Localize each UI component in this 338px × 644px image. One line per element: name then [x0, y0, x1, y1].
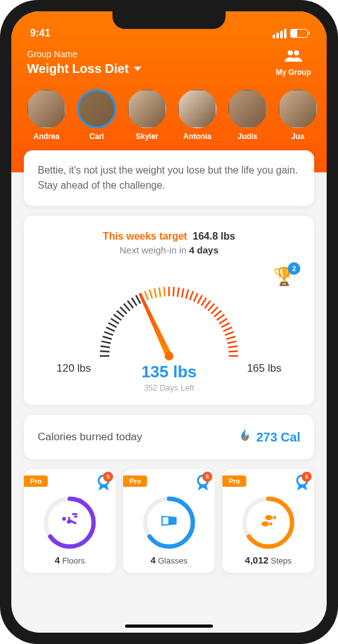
- medal-badge: 5: [302, 472, 312, 482]
- svg-line-26: [178, 287, 179, 297]
- avatar-image: [27, 89, 66, 128]
- avatar-image: [278, 89, 317, 128]
- notch: [112, 11, 226, 29]
- stat-icon: [260, 513, 276, 533]
- svg-line-20: [150, 289, 152, 298]
- pro-badge: Pro: [123, 475, 147, 487]
- svg-point-62: [270, 523, 273, 526]
- medal-badge: 5: [202, 472, 212, 482]
- svg-line-41: [225, 332, 234, 335]
- trophy-badge: 2: [288, 262, 300, 275]
- avatar-image: [128, 89, 166, 128]
- weighin-days: 4 days: [189, 245, 219, 255]
- stats-row: Pro 5 4 Floors Pro 5 4 Glasses Pro: [24, 469, 314, 573]
- avatar-image: [178, 89, 217, 128]
- svg-line-42: [226, 336, 235, 339]
- avatar-name: Judis: [228, 132, 267, 141]
- avatar-image: [77, 89, 116, 128]
- pro-badge: Pro: [222, 475, 246, 487]
- gauge-current-value: 135 lbs: [141, 362, 197, 382]
- avatar-item[interactable]: Antonia: [178, 89, 217, 141]
- svg-rect-53: [74, 516, 77, 518]
- avatar-name: Jua: [278, 132, 317, 141]
- avatar-item[interactable]: Carl: [77, 89, 116, 141]
- svg-line-34: [208, 304, 214, 311]
- stat-ring: [141, 494, 197, 551]
- svg-line-38: [219, 319, 227, 324]
- svg-point-0: [288, 50, 293, 55]
- status-time: 9:41: [30, 28, 50, 39]
- svg-line-15: [128, 301, 133, 308]
- group-selector[interactable]: Group Name Weight Loss Diet: [27, 49, 141, 76]
- svg-line-17: [136, 295, 140, 303]
- medal-wrap: 5: [196, 474, 210, 495]
- svg-line-40: [223, 327, 232, 331]
- avatar-item[interactable]: Jua: [278, 89, 317, 141]
- svg-line-3: [100, 351, 109, 352]
- stat-value: 4 Glasses: [131, 555, 207, 565]
- my-group-label: My Group: [276, 68, 311, 77]
- svg-line-45: [229, 351, 238, 352]
- svg-line-19: [145, 291, 148, 300]
- target-value: 164.8 lbs: [193, 231, 236, 242]
- svg-point-61: [261, 521, 269, 526]
- flame-icon: [239, 428, 251, 447]
- svg-line-44: [228, 346, 237, 347]
- stat-card[interactable]: Pro 5 4,012 Steps: [222, 469, 314, 573]
- calories-label: Calories burned today: [38, 431, 142, 443]
- pro-badge: Pro: [24, 475, 48, 487]
- home-indicator[interactable]: [125, 625, 213, 628]
- gauge-current: 135 lbs 352 Days Left: [141, 362, 197, 392]
- medal-icon: 5: [196, 474, 210, 495]
- svg-line-29: [190, 291, 193, 300]
- svg-line-21: [155, 289, 156, 298]
- weighin-line: Next weigh-in in 4 days: [38, 245, 300, 255]
- stat-icon: [163, 513, 175, 533]
- svg-line-16: [132, 297, 137, 306]
- svg-point-64: [273, 516, 276, 519]
- svg-line-4: [101, 346, 110, 347]
- svg-line-37: [217, 314, 224, 320]
- stat-ring: [41, 494, 98, 551]
- header: 9:41 Group Name Weight Loss Diet: [11, 11, 327, 172]
- group-name-text: Weight Loss Diet: [27, 62, 129, 76]
- avatar-image: [228, 89, 267, 128]
- svg-marker-47: [137, 292, 172, 357]
- calories-value: 273 Cal: [239, 428, 300, 447]
- svg-line-6: [102, 336, 111, 339]
- svg-point-63: [265, 515, 273, 520]
- gauge-min: 120 lbs: [57, 362, 91, 375]
- svg-line-10: [111, 319, 119, 324]
- svg-line-22: [159, 287, 160, 297]
- group-name: Weight Loss Diet: [27, 62, 141, 76]
- avatar-item[interactable]: Skyler: [128, 89, 166, 141]
- stat-icon: [62, 513, 78, 533]
- stat-value: 4,012 Steps: [230, 555, 307, 565]
- chevron-down-icon: [134, 67, 141, 71]
- avatar-name: Carl: [77, 132, 116, 141]
- gauge-card[interactable]: This weeks target 164.8 lbs Next weigh-i…: [24, 216, 314, 405]
- avatars-row[interactable]: AndreaCarlSkylerAntoniaJudisJua: [11, 89, 327, 141]
- svg-line-39: [221, 323, 229, 327]
- gauge-max: 165 lbs: [247, 362, 281, 375]
- my-group-button[interactable]: My Group: [276, 49, 311, 77]
- svg-line-28: [186, 289, 188, 298]
- svg-point-1: [294, 50, 299, 55]
- svg-line-13: [120, 307, 127, 314]
- stat-card[interactable]: Pro 5 4 Glasses: [123, 469, 215, 573]
- header-row: Group Name Weight Loss Diet My Group: [11, 49, 327, 89]
- target-label: This weeks target: [103, 231, 187, 242]
- content: Bettie, it's not just the weight you los…: [11, 150, 327, 573]
- svg-line-31: [198, 295, 202, 303]
- avatar-item[interactable]: Judis: [228, 89, 267, 141]
- status-icons: [273, 29, 308, 38]
- gauge-meter: [81, 268, 257, 362]
- calories-number: 273 Cal: [256, 430, 300, 445]
- calories-card[interactable]: Calories burned today 273 Cal: [24, 415, 314, 459]
- avatar-item[interactable]: Andrea: [27, 89, 66, 141]
- svg-line-35: [211, 307, 218, 314]
- stat-value: 4 Floors: [31, 555, 108, 565]
- svg-line-5: [102, 341, 111, 343]
- avatar-name: Andrea: [27, 132, 66, 141]
- stat-card[interactable]: Pro 5 4 Floors: [24, 469, 116, 573]
